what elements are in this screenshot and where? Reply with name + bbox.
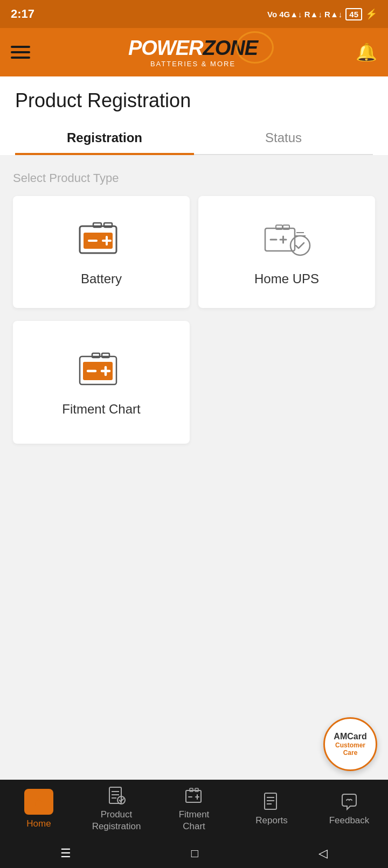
nav-item-fitment[interactable]: FitmentChart bbox=[155, 786, 233, 832]
ups-icon bbox=[262, 218, 311, 261]
fitment-nav-icon bbox=[184, 786, 204, 806]
product-card-battery[interactable]: Battery bbox=[13, 196, 190, 308]
app-header: POWERZONE BATTERIES & MORE 🔔 bbox=[0, 28, 388, 76]
section-label: Select Product Type bbox=[13, 171, 375, 185]
nav-label-feedback: Feedback bbox=[329, 815, 370, 827]
battery-indicator: 45 bbox=[345, 8, 362, 20]
logo-subtitle: BATTERIES & MORE bbox=[150, 60, 235, 68]
network-icons: Vo 4G▲↓ R▲↓ R▲↓ bbox=[267, 10, 342, 19]
svg-rect-18 bbox=[102, 353, 109, 358]
svg-point-13 bbox=[290, 236, 310, 255]
page-header: Product Registration Registration Status bbox=[0, 76, 388, 155]
nav-label-fitment: FitmentChart bbox=[179, 809, 210, 832]
home-icon: ⌂ bbox=[34, 793, 44, 810]
status-time: 2:17 bbox=[11, 7, 34, 21]
product-card-home-ups[interactable]: Home UPS bbox=[198, 196, 375, 308]
home-icon-wrapper: ⌂ bbox=[24, 789, 53, 815]
page-title: Product Registration bbox=[15, 89, 373, 112]
customer-care-label: CustomerCare bbox=[335, 741, 365, 757]
fitment-battery-icon bbox=[77, 348, 126, 391]
product-grid: Battery Home UPS bbox=[13, 196, 375, 308]
android-back-btn[interactable]: ◁ bbox=[318, 846, 328, 860]
svg-rect-17 bbox=[92, 353, 100, 358]
customer-care-fab[interactable]: AMCard CustomerCare bbox=[323, 717, 377, 771]
bottom-navigation: ⌂ Home ProductRegistration FitmentChart bbox=[0, 780, 388, 839]
menu-button[interactable] bbox=[11, 46, 30, 59]
battery-label: Battery bbox=[81, 271, 122, 286]
nav-label-product-reg: ProductRegistration bbox=[92, 809, 141, 832]
spacer bbox=[0, 473, 388, 564]
status-bar: 2:17 Vo 4G▲↓ R▲↓ R▲↓ 45 ⚡ bbox=[0, 0, 388, 28]
status-icons: Vo 4G▲↓ R▲↓ R▲↓ 45 ⚡ bbox=[267, 8, 377, 20]
feedback-icon bbox=[340, 792, 359, 811]
nav-item-home[interactable]: ⌂ Home bbox=[0, 789, 78, 830]
reports-icon bbox=[262, 792, 281, 811]
notification-button[interactable]: 🔔 bbox=[356, 42, 377, 62]
main-content: Select Product Type Battery bbox=[0, 155, 388, 473]
tab-status[interactable]: Status bbox=[194, 123, 373, 154]
product-card-fitment[interactable]: Fitment Chart bbox=[13, 321, 190, 444]
app-logo: POWERZONE BATTERIES & MORE bbox=[128, 37, 258, 68]
nav-item-product-registration[interactable]: ProductRegistration bbox=[78, 786, 155, 832]
tab-bar: Registration Status bbox=[15, 123, 373, 155]
android-home-btn[interactable]: □ bbox=[191, 846, 198, 860]
android-nav-bar: ☰ □ ◁ bbox=[0, 839, 388, 868]
battery-icon bbox=[77, 218, 126, 261]
nav-item-reports[interactable]: Reports bbox=[233, 792, 310, 827]
nav-label-home: Home bbox=[26, 818, 51, 830]
fitment-chart-section: Fitment Chart bbox=[13, 321, 375, 444]
svg-rect-2 bbox=[104, 223, 112, 227]
svg-rect-1 bbox=[93, 223, 101, 227]
fitment-label: Fitment Chart bbox=[62, 402, 140, 417]
nav-label-reports: Reports bbox=[255, 815, 288, 827]
android-menu-btn[interactable]: ☰ bbox=[60, 846, 71, 860]
tab-registration[interactable]: Registration bbox=[15, 123, 194, 155]
am-card-text: AMCard bbox=[334, 732, 366, 741]
ups-label: Home UPS bbox=[254, 271, 319, 286]
nav-item-feedback[interactable]: Feedback bbox=[310, 792, 388, 827]
product-reg-icon bbox=[107, 786, 126, 806]
